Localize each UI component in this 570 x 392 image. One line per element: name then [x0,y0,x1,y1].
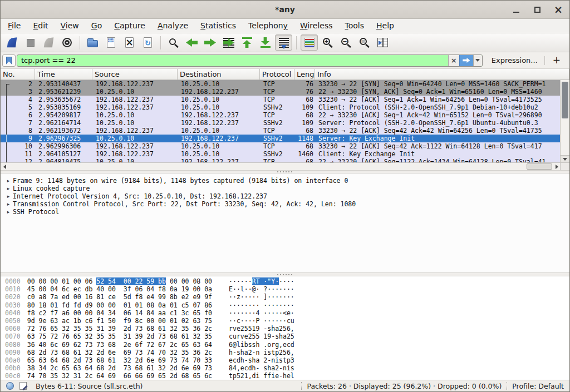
pane-splitter-bottom[interactable] [1,272,569,276]
reload-file-button[interactable] [139,34,156,51]
filter-dropdown-button[interactable] [473,55,482,66]
capture-comment-icon[interactable] [19,382,27,390]
expand-arrow-icon[interactable]: ▸ [4,192,13,200]
packet-row[interactable]: 72.96216471410.25.0.10192.168.122.237SSH… [1,119,561,127]
expert-info-icon[interactable] [6,382,14,390]
expression-button[interactable]: Expression... [492,56,538,64]
filter-bookmark-button[interactable] [2,54,16,67]
start-capture-button[interactable] [3,34,21,51]
packet-list-header: No.TimeSourceDestinationProtocolLengthIn… [1,69,569,80]
hex-row[interactable]: 007063 75 72 76 65 32 35 35 31 39 2d 73 … [5,333,569,340]
scroll-left-arrow-icon[interactable] [1,163,8,170]
packet-row[interactable]: 52.953835169192.168.122.23710.25.0.10SSH… [1,103,561,111]
auto-scroll-button[interactable] [275,34,292,51]
capture-options-button[interactable] [58,34,76,51]
go-first-button[interactable] [238,34,255,51]
menu-help[interactable]: Help [370,19,400,33]
packet-cell-destination: 10.25.0.10 [178,142,260,150]
horizontal-scrollbar[interactable] [1,162,561,170]
horizontal-scrollbar-thumb[interactable] [527,163,552,170]
hex-row[interactable]: 003080 18 01 fd fd d9 00 00 01 01 08 0a … [5,301,569,309]
go-previous-button[interactable] [183,34,200,51]
hex-row[interactable]: 000000 00 00 01 00 06 52 54 00 22 59 bb … [5,277,569,285]
packet-row[interactable]: 82.962193672192.168.122.23710.25.0.10TCP… [1,127,561,135]
maximize-button[interactable] [532,4,543,16]
packet-row[interactable]: 62.95420981710.25.0.10192.168.122.237TCP… [1,111,561,119]
restart-capture-button[interactable] [40,34,57,51]
menu-analyze[interactable]: Analyze [151,19,194,33]
detail-row[interactable]: ▸Transmission Control Protocol, Src Port… [4,200,569,208]
packet-row[interactable]: 102.962996306192.168.122.23710.25.0.10TC… [1,142,561,150]
menu-capture[interactable]: Capture [108,19,151,33]
expand-arrow-icon[interactable]: ▸ [4,208,13,216]
menu-edit[interactable]: Edit [27,19,54,33]
expand-arrow-icon[interactable]: ▸ [4,200,13,208]
vertical-scrollbar-thumb[interactable] [562,82,568,118]
close-button[interactable] [553,4,564,16]
detail-row[interactable]: ▸SSH Protocol [4,208,569,216]
resize-columns-button[interactable] [374,34,391,51]
display-filter-input[interactable]: tcp.port == 22 [17,55,448,66]
packet-cell-protocol: TCP [260,127,294,135]
close-file-button[interactable] [121,34,138,51]
hex-row[interactable]: 00c074 70 35 32 31 2c 64 69 66 66 69 65 … [5,372,569,380]
packet-row[interactable]: 42.953635672192.168.122.23710.25.0.10TCP… [1,96,561,103]
expand-arrow-icon[interactable]: ▸ [4,177,13,185]
hex-row[interactable]: 00509d 9e 63 ac 1b c6 f1 50 f9 8c 00 00 … [5,317,569,325]
packet-cell-source: 10.25.0.10 [92,111,178,119]
packet-row[interactable]: 122.96481047510.25.0.10192.168.122.237TC… [1,158,561,162]
hex-row[interactable]: 008036 40 6c 69 62 73 73 68 2e 6f 72 67 … [5,341,569,349]
packet-row[interactable]: 92.96296732510.25.0.10192.168.122.237SSH… [1,135,561,142]
go-next-button[interactable] [202,34,219,51]
menu-statistics[interactable]: Statistics [194,19,242,33]
column-header-length[interactable]: Length [294,69,315,80]
menu-telephony[interactable]: Telephony [242,19,294,33]
filter-apply-button[interactable] [459,55,473,66]
hex-row[interactable]: 00a065 63 64 68 2d 73 68 61 32 2d 6e 69 … [5,356,569,364]
column-header-protocol[interactable]: Protocol [260,69,294,80]
hex-row[interactable]: 001045 00 04 6c ec db 40 00 3f 06 04 f8 … [5,285,569,293]
scrollbar-corner [560,162,569,170]
detail-row[interactable]: ▸Linux cooked capture [4,185,569,192]
menu-tools[interactable]: Tools [339,19,371,33]
stop-capture-button[interactable] [22,34,39,51]
packet-row[interactable]: 22.953140437192.168.122.23710.25.0.10TCP… [1,80,561,88]
zoom-out-button[interactable] [337,34,355,51]
column-header-time[interactable]: Time [35,69,92,80]
save-file-button[interactable] [102,34,120,51]
packet-row[interactable]: 32.95362123910.25.0.10192.168.122.237TCP… [1,88,561,96]
hex-row[interactable]: 0020c0 a8 7a ed 00 16 81 ce 5d f8 e4 99 … [5,293,569,301]
splitter-handle-icon [277,274,293,275]
packet-row[interactable]: 112.964105127192.168.122.23710.25.0.10SS… [1,150,561,158]
hex-row[interactable]: 006072 76 65 32 35 35 31 39 2d 73 68 61 … [5,325,569,333]
column-header-source[interactable]: Source [92,69,178,80]
column-header-no[interactable]: No. [1,69,35,80]
column-header-info[interactable]: Info [315,69,569,80]
status-profile[interactable]: Profile: Default [512,382,564,390]
packet-cell-no: 8 [1,127,35,135]
packet-cell-destination: 192.168.122.237 [178,111,260,119]
menu-go[interactable]: Go [85,19,108,33]
column-header-destination[interactable]: Destination [178,69,260,80]
filter-add-button[interactable]: + [553,56,561,65]
menu-wireless[interactable]: Wireless [294,19,339,33]
zoom-original-button[interactable] [356,34,373,51]
menu-view[interactable]: View [55,19,85,33]
hex-row[interactable]: 00b038 34 2c 65 63 64 68 2d 73 68 61 32 … [5,364,569,372]
zoom-in-button[interactable] [319,34,336,51]
vertical-scrollbar[interactable] [560,80,569,162]
expand-arrow-icon[interactable]: ▸ [4,185,13,192]
find-packet-button[interactable] [165,34,182,51]
minimize-button[interactable] [510,4,522,16]
hex-row[interactable]: 0040f8 c2 f7 a6 00 00 04 34 06 14 84 aa … [5,309,569,317]
hex-row[interactable]: 009068 2d 73 68 61 32 2d 6e 69 73 74 70 … [5,349,569,356]
go-last-button[interactable] [257,34,274,51]
colorize-button[interactable] [301,34,318,51]
go-to-packet-button[interactable] [220,34,237,51]
open-file-button[interactable] [84,34,101,51]
scroll-down-arrow-icon[interactable] [561,155,569,162]
detail-row[interactable]: ▸Frame 9: 1148 bytes on wire (9184 bits)… [4,177,569,185]
menu-file[interactable]: File [2,19,27,33]
filter-clear-button[interactable]: × [448,55,459,66]
detail-row[interactable]: ▸Internet Protocol Version 4, Src: 10.25… [4,192,569,200]
